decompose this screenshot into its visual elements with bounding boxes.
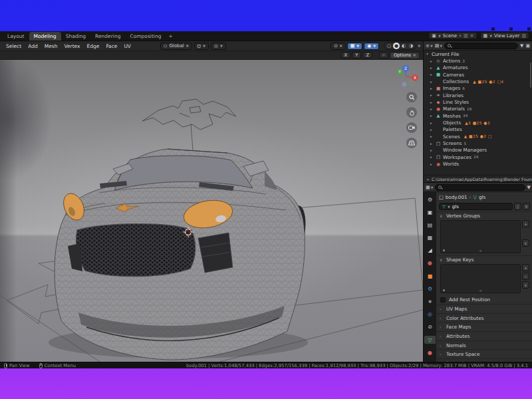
outliner-row[interactable]: ▸ ▲ Meshes 34: [424, 112, 532, 119]
new-view-layer-icon[interactable]: ▥: [521, 33, 526, 39]
overlays-toggle[interactable]: ▦▼: [347, 43, 362, 50]
add-shape-key-button[interactable]: +: [522, 264, 529, 271]
pan-button[interactable]: [406, 107, 417, 118]
workspace-tab[interactable]: Compositing: [125, 32, 166, 41]
filter-dropdown[interactable]: ▤▼: [435, 43, 442, 49]
expand-icon[interactable]: ▸: [430, 114, 434, 118]
workspace-tab[interactable]: Shading: [61, 32, 90, 41]
panel-section-header[interactable]: › UV Maps: [436, 304, 532, 313]
properties-tab-material[interactable]: ●: [424, 348, 436, 356]
expand-icon[interactable]: ▸: [430, 72, 434, 76]
viewport-menu-item[interactable]: Edge: [84, 43, 103, 50]
outliner-row[interactable]: ▸ □ Screens 5: [424, 140, 532, 146]
outliner-row[interactable]: ▸ Objects ▲3 ■25 ●2: [424, 119, 532, 126]
shading-mode-icon[interactable]: ◐: [400, 43, 407, 49]
mesh-name-field[interactable]: ▽ ▼ gls: [439, 203, 513, 210]
workspace-tab[interactable]: Modeling: [29, 32, 61, 41]
camera-view-button[interactable]: [406, 122, 417, 133]
perspective-toggle-button[interactable]: [406, 138, 417, 148]
outliner-row[interactable]: ▸ ▲ Armatures: [424, 65, 532, 71]
outliner-row[interactable]: ▸ Scenes ▲ ■25 ●2 □: [424, 133, 532, 140]
outliner-row[interactable]: ▸ ■ Cameras: [424, 71, 532, 78]
editor-type-dropdown[interactable]: ▦▼: [426, 185, 433, 190]
expand-icon[interactable]: ▸: [430, 66, 434, 70]
properties-tab-particles[interactable]: ∗: [424, 298, 436, 306]
properties-search-input[interactable]: [435, 184, 525, 191]
shape-keys-list[interactable]: ≡: [440, 264, 521, 293]
display-mode-dropdown[interactable]: ≡▼: [426, 43, 433, 49]
unlink-button[interactable]: ✕: [523, 203, 530, 210]
expand-icon[interactable]: ▸: [430, 86, 434, 90]
outliner-row[interactable]: ▸ ● Worlds: [424, 161, 532, 168]
outliner-row[interactable]: ▸ □ Workspaces 24: [424, 154, 532, 160]
panel-section-header[interactable]: › Attributes: [436, 331, 532, 340]
transform-orientation-dropdown[interactable]: ◇ Global ▼: [160, 43, 192, 50]
expand-icon[interactable]: ▸: [430, 134, 434, 138]
vertex-groups-panel-header[interactable]: ∨ Vertex Groups: [436, 211, 532, 219]
outliner-row[interactable]: ▸ Collections ▲ ■25 ●2 □4: [424, 78, 532, 84]
unlink-scene-icon[interactable]: ✕: [470, 33, 474, 39]
properties-tab-modifiers[interactable]: ⚙: [424, 285, 436, 293]
xray-toggle[interactable]: ◉▼: [364, 43, 379, 50]
expand-icon[interactable]: ▸: [430, 162, 434, 166]
add-rest-position-checkbox[interactable]: [440, 297, 446, 303]
expand-icon[interactable]: ▸: [430, 80, 434, 84]
breadcrumb-object[interactable]: body.001: [446, 194, 467, 200]
properties-tab-constraints[interactable]: ⊘: [424, 323, 436, 331]
remove-shape-key-button[interactable]: −: [522, 273, 529, 280]
properties-tab-output[interactable]: ▤: [424, 221, 436, 229]
mirror-axis-button[interactable]: Y: [352, 52, 361, 59]
properties-tab-world[interactable]: ●: [424, 259, 436, 267]
viewport-menu-item[interactable]: Mesh: [41, 43, 61, 50]
workspace-tab[interactable]: Layout: [3, 32, 29, 41]
panel-section-header[interactable]: › Face Maps: [436, 322, 532, 331]
vertex-group-specials-button[interactable]: ∨: [522, 239, 529, 247]
outliner-search-input[interactable]: [444, 43, 518, 49]
expand-icon[interactable]: ▸: [430, 155, 434, 159]
snap-target-icon[interactable]: ⌗: [379, 52, 388, 59]
view-layer-selector[interactable]: ▦ ▼ View Layer ▥: [480, 32, 529, 39]
pin-icon[interactable]: ⌖: [459, 33, 462, 39]
viewport-menu-item[interactable]: Face: [102, 43, 120, 50]
mirror-axis-button[interactable]: Z: [362, 52, 372, 59]
new-scene-icon[interactable]: ▥: [464, 33, 468, 39]
filter-funnel-icon[interactable]: ▼: [527, 185, 531, 190]
outliner-row[interactable]: ▸ ■ Images 6: [424, 85, 532, 92]
expand-icon[interactable]: ▸: [430, 142, 434, 146]
properties-tab-object[interactable]: ■: [424, 272, 436, 280]
viewport-canvas[interactable]: [0, 60, 423, 362]
fake-user-button[interactable]: ◊: [514, 203, 521, 210]
mirror-axis-button[interactable]: X: [341, 52, 351, 59]
zoom-button[interactable]: [406, 92, 417, 102]
add-workspace-button[interactable]: +: [166, 32, 175, 41]
shape-key-specials-button[interactable]: ∨: [522, 281, 529, 289]
outliner-root-row[interactable]: ▾Current File: [424, 51, 532, 57]
3d-viewport[interactable]: SelectAddMeshVertexEdgeFaceUV ◇ Global ▼…: [0, 41, 423, 362]
properties-tab-tool[interactable]: ⚙: [424, 196, 436, 203]
outliner-row[interactable]: ▸ ◇ Actions 3: [424, 57, 532, 64]
shading-mode-icon[interactable]: ○: [386, 43, 392, 49]
proportional-editing-toggle[interactable]: ◎▼: [211, 43, 226, 50]
expand-icon[interactable]: ▸: [430, 100, 434, 104]
expand-icon[interactable]: ▸: [430, 59, 434, 63]
panel-section-header[interactable]: › Texture Space: [436, 349, 532, 358]
outliner-scrollbar[interactable]: [530, 63, 531, 88]
outliner-row[interactable]: ▸ ● Materials 16: [424, 106, 532, 112]
outliner-row[interactable]: ▸ ∞ Libraries: [424, 92, 532, 98]
add-vertex-group-button[interactable]: +: [522, 220, 529, 227]
gizmos-toggle[interactable]: ⊙▼: [331, 43, 346, 50]
workspace-tab[interactable]: Rendering: [90, 32, 125, 41]
new-collection-icon[interactable]: ▣: [525, 43, 530, 49]
outliner-row[interactable]: ▸ ◆ Line Styles: [424, 98, 532, 105]
vertex-groups-list[interactable]: ≡: [440, 220, 521, 253]
shape-keys-panel-header[interactable]: ∨ Shape Keys: [436, 255, 532, 263]
properties-tab-object-data[interactable]: ▽: [424, 336, 436, 344]
expand-icon[interactable]: ▸: [430, 128, 434, 132]
options-button[interactable]: Options▼: [390, 52, 420, 59]
viewport-menu-item[interactable]: Select: [3, 43, 25, 50]
properties-tab-scene[interactable]: ◢: [424, 247, 436, 255]
expand-icon[interactable]: ▸: [430, 148, 434, 152]
viewport-menu-item[interactable]: Vertex: [61, 43, 83, 50]
shading-dropdown-icon[interactable]: ▼: [418, 44, 420, 48]
scene-selector[interactable]: ▣ ▼ Scene ⌖ ▥ ✕: [428, 32, 477, 39]
